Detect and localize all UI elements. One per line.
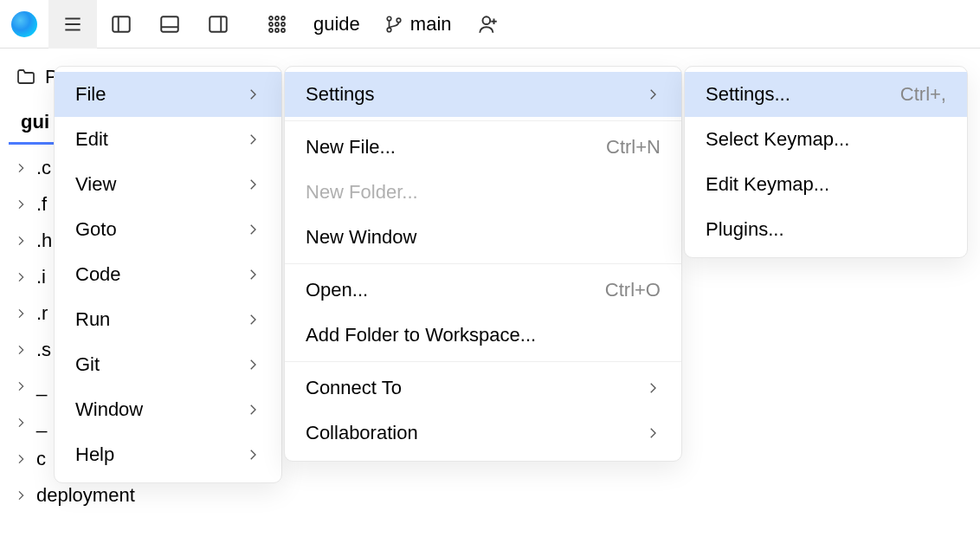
panel-right-button[interactable]	[194, 0, 242, 49]
panel-right-icon	[207, 13, 229, 36]
chevron-right-icon	[14, 416, 28, 430]
main-menu-item[interactable]: Help	[55, 432, 281, 477]
file-menu-item[interactable]: Collaboration	[285, 411, 681, 456]
menu-item-label: Collaboration	[306, 422, 418, 444]
menu-item-label: Edit Keymap...	[706, 173, 829, 196]
main-menu-item[interactable]: Edit	[55, 117, 281, 162]
tree-row-label: _	[36, 375, 47, 398]
chevron-right-icon	[245, 312, 261, 327]
svg-point-19	[387, 28, 391, 32]
chevron-right-icon	[14, 234, 28, 248]
panel-bottom-icon	[158, 13, 181, 36]
hamburger-icon	[61, 13, 84, 36]
chevron-right-icon	[14, 197, 28, 211]
settings-menu: Settings...Ctrl+,Select Keymap...Edit Ke…	[684, 66, 968, 258]
menu-item-label: Settings	[306, 83, 375, 106]
add-user-button[interactable]	[464, 0, 513, 49]
menu-item-label: Goto	[75, 218, 117, 241]
hamburger-menu-button[interactable]	[48, 0, 97, 49]
svg-rect-3	[113, 16, 130, 31]
menu-item-label: Plugins...	[706, 218, 784, 241]
chevron-right-icon	[14, 270, 28, 284]
chevron-right-icon	[245, 222, 261, 237]
menu-separator	[285, 120, 681, 121]
menu-item-shortcut: Ctrl+N	[606, 136, 661, 159]
tree-tab-active[interactable]: gui	[9, 102, 60, 145]
tree-row-label: .c	[36, 157, 51, 179]
menu-item-label: Settings...	[706, 83, 790, 106]
svg-point-14	[281, 23, 285, 26]
tree-row-label: .s	[36, 339, 51, 361]
project-name[interactable]: guide	[301, 0, 372, 49]
chevron-right-icon	[14, 452, 28, 466]
svg-point-15	[269, 29, 273, 32]
tree-row-label: .r	[36, 302, 48, 325]
menu-item-shortcut: Ctrl+,	[900, 83, 946, 106]
tree-row-label: c	[36, 448, 46, 470]
file-menu-item[interactable]: New File...Ctrl+N	[285, 125, 681, 170]
svg-point-12	[269, 23, 273, 26]
main-menu-item[interactable]: Git	[55, 342, 281, 387]
file-menu-item[interactable]: Add Folder to Workspace...	[285, 313, 681, 358]
main-menu-item[interactable]: Run	[55, 297, 281, 342]
main-menu-item[interactable]: File	[55, 72, 281, 117]
tree-row-label: _	[36, 411, 47, 434]
toolbar: guide main	[0, 0, 980, 49]
menu-item-label: Help	[75, 443, 114, 466]
file-menu-item[interactable]: Settings	[285, 72, 681, 117]
svg-point-9	[269, 16, 273, 20]
menu-item-label: New Window	[306, 226, 416, 249]
svg-point-17	[281, 29, 285, 32]
settings-menu-item[interactable]: Plugins...	[685, 207, 967, 252]
chevron-right-icon	[14, 488, 28, 502]
apps-grid-button[interactable]	[253, 0, 301, 49]
menu-item-label: Code	[75, 263, 121, 286]
menu-item-label: New File...	[306, 136, 396, 159]
file-menu-item: New Folder...	[285, 170, 681, 215]
project-name-label: guide	[313, 13, 360, 36]
svg-point-11	[281, 16, 285, 20]
file-menu-item[interactable]: Open...Ctrl+O	[285, 268, 681, 313]
main-menu-item[interactable]: Goto	[55, 207, 281, 252]
svg-point-21	[482, 16, 490, 24]
menu-item-label: File	[75, 83, 106, 106]
chevron-right-icon	[245, 132, 261, 147]
chevron-right-icon	[645, 425, 661, 441]
chevron-right-icon	[14, 343, 28, 357]
svg-point-20	[397, 18, 401, 23]
file-menu-item[interactable]: New Window	[285, 215, 681, 260]
panel-left-button[interactable]	[97, 0, 145, 49]
menu-separator	[285, 361, 681, 362]
svg-point-16	[275, 29, 279, 32]
branch-selector[interactable]: main	[372, 0, 464, 49]
panel-bottom-button[interactable]	[145, 0, 194, 49]
svg-rect-5	[161, 16, 178, 31]
settings-menu-item[interactable]: Select Keymap...	[685, 117, 967, 162]
app-logo[interactable]	[0, 0, 48, 49]
chevron-right-icon	[14, 379, 28, 393]
settings-menu-item[interactable]: Edit Keymap...	[685, 162, 967, 207]
add-user-icon	[477, 13, 500, 36]
menu-item-label: Select Keymap...	[706, 128, 849, 151]
main-menu: FileEditViewGotoCodeRunGitWindowHelp	[54, 66, 282, 483]
branch-label: main	[410, 13, 452, 36]
menu-item-label: Open...	[306, 279, 368, 301]
chevron-right-icon	[245, 87, 261, 102]
menu-item-label: Git	[75, 353, 100, 376]
chevron-right-icon	[245, 447, 261, 463]
main-menu-item[interactable]: Code	[55, 252, 281, 297]
chevron-right-icon	[645, 87, 661, 102]
apps-grid-icon	[267, 14, 287, 35]
menu-item-label: Connect To	[306, 377, 402, 399]
file-menu: SettingsNew File...Ctrl+NNew Folder...Ne…	[284, 66, 682, 462]
settings-menu-item[interactable]: Settings...Ctrl+,	[685, 72, 967, 117]
folder-icon	[16, 67, 36, 87]
menu-item-label: Edit	[75, 128, 108, 151]
logo-icon	[11, 11, 37, 37]
main-menu-item[interactable]: Window	[55, 387, 281, 432]
file-menu-item[interactable]: Connect To	[285, 366, 681, 411]
main-menu-item[interactable]: View	[55, 162, 281, 207]
menu-item-shortcut: Ctrl+O	[605, 279, 661, 301]
git-branch-icon	[384, 15, 403, 34]
chevron-right-icon	[645, 380, 661, 396]
